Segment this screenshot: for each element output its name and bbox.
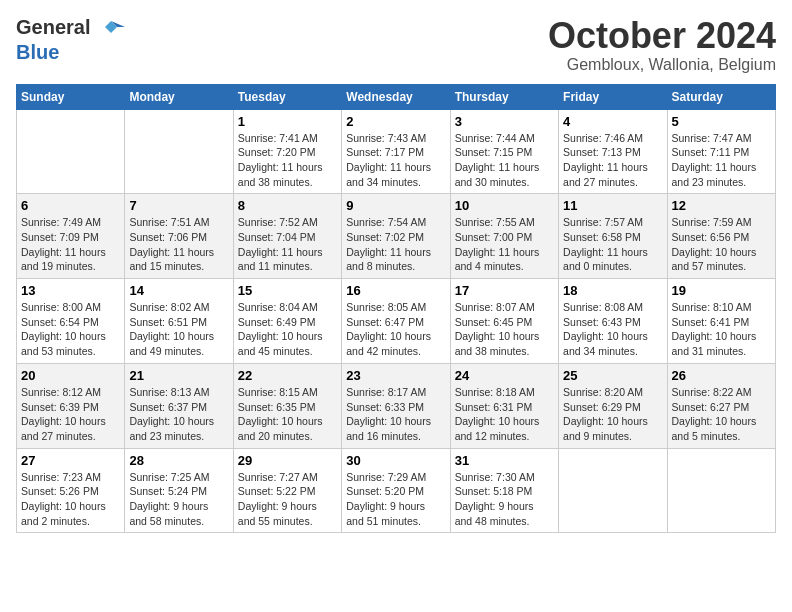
logo-blue-text: Blue (16, 41, 59, 63)
calendar-cell: 1Sunrise: 7:41 AM Sunset: 7:20 PM Daylig… (233, 109, 341, 194)
day-number: 27 (21, 453, 120, 468)
day-number: 3 (455, 114, 554, 129)
calendar-table: SundayMondayTuesdayWednesdayThursdayFrid… (16, 84, 776, 534)
day-info: Sunrise: 8:02 AM Sunset: 6:51 PM Dayligh… (129, 300, 228, 359)
day-number: 10 (455, 198, 554, 213)
weekday-header-tuesday: Tuesday (233, 84, 341, 109)
week-row-2: 6Sunrise: 7:49 AM Sunset: 7:09 PM Daylig… (17, 194, 776, 279)
calendar-cell: 4Sunrise: 7:46 AM Sunset: 7:13 PM Daylig… (559, 109, 667, 194)
day-number: 22 (238, 368, 337, 383)
page-header: General Blue October 2024 Gembloux, Wall… (16, 16, 776, 74)
day-number: 28 (129, 453, 228, 468)
day-info: Sunrise: 8:15 AM Sunset: 6:35 PM Dayligh… (238, 385, 337, 444)
day-info: Sunrise: 8:17 AM Sunset: 6:33 PM Dayligh… (346, 385, 445, 444)
day-info: Sunrise: 7:47 AM Sunset: 7:11 PM Dayligh… (672, 131, 771, 190)
day-info: Sunrise: 8:04 AM Sunset: 6:49 PM Dayligh… (238, 300, 337, 359)
weekday-header-wednesday: Wednesday (342, 84, 450, 109)
calendar-cell: 21Sunrise: 8:13 AM Sunset: 6:37 PM Dayli… (125, 363, 233, 448)
calendar-cell: 11Sunrise: 7:57 AM Sunset: 6:58 PM Dayli… (559, 194, 667, 279)
calendar-cell: 20Sunrise: 8:12 AM Sunset: 6:39 PM Dayli… (17, 363, 125, 448)
day-info: Sunrise: 7:43 AM Sunset: 7:17 PM Dayligh… (346, 131, 445, 190)
day-number: 12 (672, 198, 771, 213)
day-info: Sunrise: 8:00 AM Sunset: 6:54 PM Dayligh… (21, 300, 120, 359)
day-number: 4 (563, 114, 662, 129)
weekday-header-saturday: Saturday (667, 84, 775, 109)
day-info: Sunrise: 7:57 AM Sunset: 6:58 PM Dayligh… (563, 215, 662, 274)
weekday-header-friday: Friday (559, 84, 667, 109)
day-info: Sunrise: 8:12 AM Sunset: 6:39 PM Dayligh… (21, 385, 120, 444)
weekday-header-row: SundayMondayTuesdayWednesdayThursdayFrid… (17, 84, 776, 109)
day-info: Sunrise: 8:10 AM Sunset: 6:41 PM Dayligh… (672, 300, 771, 359)
calendar-cell (17, 109, 125, 194)
calendar-cell: 27Sunrise: 7:23 AM Sunset: 5:26 PM Dayli… (17, 448, 125, 533)
week-row-5: 27Sunrise: 7:23 AM Sunset: 5:26 PM Dayli… (17, 448, 776, 533)
day-number: 8 (238, 198, 337, 213)
day-info: Sunrise: 8:07 AM Sunset: 6:45 PM Dayligh… (455, 300, 554, 359)
day-info: Sunrise: 7:46 AM Sunset: 7:13 PM Dayligh… (563, 131, 662, 190)
day-number: 5 (672, 114, 771, 129)
day-number: 14 (129, 283, 228, 298)
day-number: 23 (346, 368, 445, 383)
calendar-cell: 5Sunrise: 7:47 AM Sunset: 7:11 PM Daylig… (667, 109, 775, 194)
calendar-cell: 12Sunrise: 7:59 AM Sunset: 6:56 PM Dayli… (667, 194, 775, 279)
day-number: 24 (455, 368, 554, 383)
logo-bird-icon (97, 19, 125, 41)
day-info: Sunrise: 7:27 AM Sunset: 5:22 PM Dayligh… (238, 470, 337, 529)
title-block: October 2024 Gembloux, Wallonia, Belgium (548, 16, 776, 74)
day-number: 18 (563, 283, 662, 298)
day-info: Sunrise: 8:22 AM Sunset: 6:27 PM Dayligh… (672, 385, 771, 444)
calendar-cell: 29Sunrise: 7:27 AM Sunset: 5:22 PM Dayli… (233, 448, 341, 533)
day-info: Sunrise: 7:30 AM Sunset: 5:18 PM Dayligh… (455, 470, 554, 529)
day-info: Sunrise: 7:23 AM Sunset: 5:26 PM Dayligh… (21, 470, 120, 529)
day-number: 11 (563, 198, 662, 213)
day-info: Sunrise: 8:08 AM Sunset: 6:43 PM Dayligh… (563, 300, 662, 359)
day-info: Sunrise: 8:20 AM Sunset: 6:29 PM Dayligh… (563, 385, 662, 444)
calendar-cell: 9Sunrise: 7:54 AM Sunset: 7:02 PM Daylig… (342, 194, 450, 279)
calendar-cell: 10Sunrise: 7:55 AM Sunset: 7:00 PM Dayli… (450, 194, 558, 279)
calendar-cell: 28Sunrise: 7:25 AM Sunset: 5:24 PM Dayli… (125, 448, 233, 533)
day-number: 16 (346, 283, 445, 298)
day-info: Sunrise: 7:41 AM Sunset: 7:20 PM Dayligh… (238, 131, 337, 190)
day-number: 21 (129, 368, 228, 383)
calendar-cell (559, 448, 667, 533)
calendar-cell: 13Sunrise: 8:00 AM Sunset: 6:54 PM Dayli… (17, 279, 125, 364)
day-number: 7 (129, 198, 228, 213)
calendar-cell: 30Sunrise: 7:29 AM Sunset: 5:20 PM Dayli… (342, 448, 450, 533)
week-row-3: 13Sunrise: 8:00 AM Sunset: 6:54 PM Dayli… (17, 279, 776, 364)
calendar-cell: 17Sunrise: 8:07 AM Sunset: 6:45 PM Dayli… (450, 279, 558, 364)
calendar-cell: 3Sunrise: 7:44 AM Sunset: 7:15 PM Daylig… (450, 109, 558, 194)
calendar-cell: 31Sunrise: 7:30 AM Sunset: 5:18 PM Dayli… (450, 448, 558, 533)
day-number: 2 (346, 114, 445, 129)
day-number: 1 (238, 114, 337, 129)
day-info: Sunrise: 8:05 AM Sunset: 6:47 PM Dayligh… (346, 300, 445, 359)
day-info: Sunrise: 7:55 AM Sunset: 7:00 PM Dayligh… (455, 215, 554, 274)
calendar-cell: 6Sunrise: 7:49 AM Sunset: 7:09 PM Daylig… (17, 194, 125, 279)
day-info: Sunrise: 7:54 AM Sunset: 7:02 PM Dayligh… (346, 215, 445, 274)
day-number: 13 (21, 283, 120, 298)
calendar-cell (125, 109, 233, 194)
calendar-cell: 7Sunrise: 7:51 AM Sunset: 7:06 PM Daylig… (125, 194, 233, 279)
calendar-cell: 8Sunrise: 7:52 AM Sunset: 7:04 PM Daylig… (233, 194, 341, 279)
day-info: Sunrise: 7:25 AM Sunset: 5:24 PM Dayligh… (129, 470, 228, 529)
calendar-cell: 19Sunrise: 8:10 AM Sunset: 6:41 PM Dayli… (667, 279, 775, 364)
day-number: 15 (238, 283, 337, 298)
day-number: 25 (563, 368, 662, 383)
logo-general-text: General (16, 16, 125, 41)
month-title: October 2024 (548, 16, 776, 56)
day-number: 19 (672, 283, 771, 298)
day-number: 20 (21, 368, 120, 383)
logo: General Blue (16, 16, 125, 64)
calendar-cell: 22Sunrise: 8:15 AM Sunset: 6:35 PM Dayli… (233, 363, 341, 448)
day-number: 17 (455, 283, 554, 298)
day-number: 26 (672, 368, 771, 383)
day-info: Sunrise: 8:13 AM Sunset: 6:37 PM Dayligh… (129, 385, 228, 444)
calendar-cell: 23Sunrise: 8:17 AM Sunset: 6:33 PM Dayli… (342, 363, 450, 448)
calendar-cell (667, 448, 775, 533)
day-info: Sunrise: 7:44 AM Sunset: 7:15 PM Dayligh… (455, 131, 554, 190)
day-info: Sunrise: 7:29 AM Sunset: 5:20 PM Dayligh… (346, 470, 445, 529)
day-number: 30 (346, 453, 445, 468)
weekday-header-thursday: Thursday (450, 84, 558, 109)
calendar-cell: 16Sunrise: 8:05 AM Sunset: 6:47 PM Dayli… (342, 279, 450, 364)
day-info: Sunrise: 7:51 AM Sunset: 7:06 PM Dayligh… (129, 215, 228, 274)
calendar-cell: 24Sunrise: 8:18 AM Sunset: 6:31 PM Dayli… (450, 363, 558, 448)
